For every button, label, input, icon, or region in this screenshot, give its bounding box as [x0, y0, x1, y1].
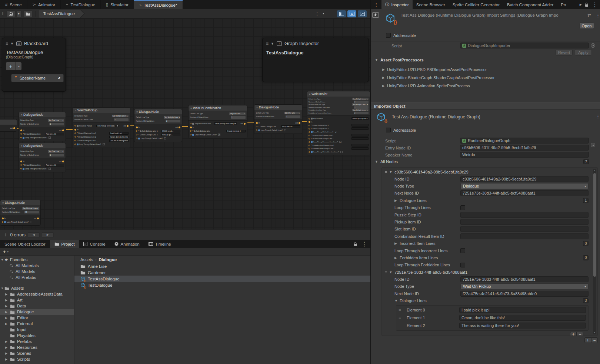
assets-root-foldout[interactable]: ▼ Assets [0, 285, 74, 291]
node-port-row[interactable]: " Forbidden Item Dialogue Line 2 [309, 147, 369, 150]
addressable-checkbox[interactable] [386, 128, 391, 132]
node-field-value[interactable]: 1 [231, 116, 246, 119]
foldout-arrow[interactable]: ▶ [5, 358, 10, 361]
graph-node-title[interactable]: ≡ DialogueNode [0, 200, 40, 205]
scrollbar[interactable]: ▲ ▼ [593, 169, 596, 334]
node-foldout[interactable]: = ▼ 7251e73e-38d3-44ff-a8c5-bcf54088aaf1 [382, 269, 589, 276]
input-port[interactable] [74, 129, 76, 131]
panel-drag-handle[interactable]: ≡ [266, 41, 268, 46]
open-button[interactable]: Open [579, 23, 594, 29]
node-port-row[interactable]: In out [20, 159, 64, 163]
create-asset-button[interactable]: + [3, 249, 6, 255]
project-file-item[interactable]: Anne Lise [74, 263, 370, 269]
tab-timeline[interactable]: Timeline [144, 240, 176, 248]
output-port[interactable]: out [59, 161, 64, 162]
project-tree-item[interactable]: ▶ Art [0, 297, 74, 303]
field-port[interactable] [309, 131, 310, 133]
favorites-foldout[interactable]: ▼ ★ Favorites [0, 257, 74, 263]
panel-drag-handle[interactable]: ≡ [6, 41, 8, 46]
presets-icon[interactable]: ⇄ [587, 13, 591, 18]
create-asset-dropdown-icon[interactable]: ▾ [7, 250, 9, 253]
text-field[interactable] [460, 212, 589, 218]
drag-handle-icon[interactable]: = [385, 170, 387, 174]
inspector-kebab-icon[interactable]: ⋮ [371, 0, 381, 9]
output-port[interactable]: out [176, 127, 180, 128]
node-field-value[interactable]: 2 [166, 120, 180, 122]
add-node-button[interactable]: + [584, 337, 591, 343]
postprocessor-item[interactable]: ▶ UnityEditor.ShaderGraph.ShaderGraphAss… [382, 74, 593, 82]
node-port-value[interactable]: I said pick it up! [109, 132, 129, 135]
field-port[interactable] [136, 134, 137, 135]
node-port-value[interactable] [351, 127, 369, 130]
drag-handle-icon[interactable]: = [396, 316, 403, 320]
node-port-value[interactable] [351, 134, 369, 136]
node-port-row[interactable]: In [309, 120, 369, 124]
project-tree-item[interactable]: Input [0, 327, 74, 333]
checkbox[interactable] [460, 205, 465, 210]
node-checkbox[interactable] [284, 129, 286, 131]
node-field-value[interactable]: Say Multiple Lines▾ [352, 109, 369, 111]
next-error-button[interactable]: ▶ [42, 232, 54, 237]
node-port-value[interactable]: Bonfire [Pickup Item D [351, 117, 369, 120]
node-field-value[interactable]: 2 [354, 101, 369, 103]
node-port-row[interactable]: " Default Dialogue Line 2 Cmon, don't be… [74, 135, 129, 139]
scroll-down-icon[interactable]: ▼ [593, 331, 596, 334]
project-tree-item[interactable]: ▶ Data [0, 303, 74, 309]
node-field-value[interactable]: Say One Line▾ [48, 150, 64, 153]
field-port[interactable] [190, 123, 191, 124]
project-file-item[interactable]: Gardener [74, 269, 370, 276]
tab-overflow[interactable]: Po [557, 0, 570, 9]
tab-animator[interactable]: ≻Animator [27, 0, 61, 9]
field-port[interactable] [309, 151, 310, 153]
foldout-arrow[interactable]: ▶ [5, 310, 10, 314]
drag-handle-icon[interactable]: = [396, 323, 403, 328]
foldout-arrow[interactable]: ▶ [5, 322, 10, 326]
node-port-row[interactable]: Loop Through Default Lines? [136, 136, 180, 140]
tab-animation[interactable]: Animation [110, 240, 144, 248]
previous-error-button[interactable]: ◀ [28, 232, 40, 237]
save-button[interactable] [6, 10, 15, 17]
node-field-value[interactable]: 1 [286, 115, 300, 118]
node-port-value[interactable]: Ohhhh yea b... [161, 130, 180, 132]
node-checkbox[interactable] [103, 143, 105, 145]
project-tree-item[interactable]: ▶ Dialogue [0, 309, 74, 315]
collapse-arrow-icon[interactable]: ▼ [271, 42, 274, 46]
node-checkbox[interactable] [49, 168, 51, 170]
foldout-arrow[interactable]: ▶ [394, 256, 400, 260]
node-port-row[interactable]: Required Pickup Ass [Pickup Item Data] o… [74, 124, 129, 128]
project-menu-icon[interactable]: ⋮ [361, 240, 367, 247]
tab-sprite-collider-generator[interactable]: Sprite Collider Generator [449, 0, 503, 9]
node-checkbox[interactable] [164, 137, 166, 139]
lock-icon[interactable] [585, 3, 589, 7]
checkbox[interactable] [460, 248, 465, 253]
add-property-dropdown[interactable]: ▾ [16, 62, 21, 70]
checkbox[interactable] [460, 263, 465, 267]
node-port-row[interactable]: " Incorrect Item Dialogue Line 1 [309, 134, 369, 137]
add-element-button[interactable]: + [570, 332, 577, 336]
graph-node[interactable]: ≡ DialogueNode Default Line Type Say One… [19, 143, 66, 172]
field-port[interactable] [309, 125, 310, 126]
node-port-row[interactable]: " Default Dialogue Line 2 Now, go get... [136, 133, 180, 136]
scroll-up-icon[interactable]: ▲ [593, 169, 596, 172]
node-port-row[interactable]: Loop Through Default Lines? [74, 142, 129, 146]
preview-toggle-button[interactable] [358, 10, 367, 17]
node-foldout[interactable]: = ▼ c93b5606-401f-49a2-99b5-9ecbf1fa9c29 [382, 168, 589, 175]
input-port[interactable] [20, 161, 22, 162]
all-nodes-foldout[interactable]: ▼ All Nodes [375, 159, 398, 164]
node-port-row[interactable]: " Incorrect Item Dialogue Line 2 [309, 137, 369, 140]
drag-handle-icon[interactable]: = [396, 308, 403, 312]
graph-node-title[interactable]: ≡ DialogueNode [134, 109, 182, 114]
field-port[interactable] [256, 126, 257, 127]
foldout-arrow[interactable]: ▶ [5, 299, 10, 302]
node-field-value[interactable]: Say Multiple Lines▾ [352, 103, 369, 106]
postprocessors-foldout[interactable]: ▼ Asset PostProcessors [375, 58, 424, 62]
save-dropdown-button[interactable]: ▾ [16, 10, 21, 17]
project-tree-item[interactable]: ▶ External [0, 321, 74, 327]
node-port-row[interactable]: In out [2, 216, 39, 220]
input-port[interactable] [256, 122, 258, 124]
breadcrumb-current[interactable]: Dialogue [99, 257, 117, 262]
input-port[interactable] [190, 127, 192, 128]
tab-scene-browser[interactable]: Scene Browser [413, 0, 449, 9]
graph-inspector-toggle-button[interactable] [347, 10, 356, 17]
expand-field-icon[interactable]: < [58, 76, 60, 80]
